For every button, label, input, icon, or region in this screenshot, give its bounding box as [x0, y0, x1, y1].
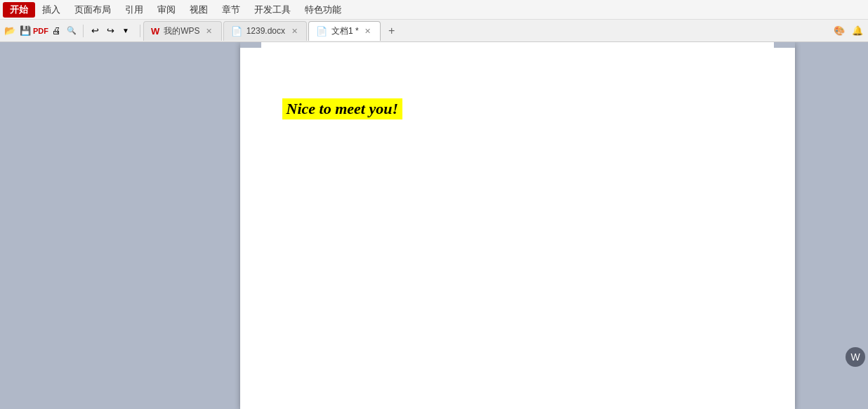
tab-doc1-close[interactable]: ✕ — [363, 26, 373, 36]
dropdown-icon[interactable]: ▼ — [119, 24, 133, 38]
menu-item-insert[interactable]: 插入 — [35, 2, 67, 18]
folder-open-icon[interactable]: 📂 — [3, 24, 17, 38]
document-content: Nice to meet you! — [240, 42, 795, 409]
menu-item-reference[interactable]: 引用 — [118, 2, 150, 18]
preview-icon[interactable]: 🔍 — [65, 24, 79, 38]
document-page: Nice to meet you! — [240, 42, 795, 409]
tab-1239-close[interactable]: ✕ — [289, 26, 299, 36]
menu-item-special[interactable]: 特色功能 — [298, 2, 348, 18]
document-text: Nice to meet you! — [282, 98, 402, 119]
tab-section-divider — [140, 25, 140, 37]
redo-icon[interactable]: ↪ — [103, 24, 117, 38]
menu-bar: 开始 插入 页面布局 引用 审阅 视图 章节 开发工具 特色功能 — [0, 0, 868, 20]
floating-wps-button[interactable]: W — [846, 347, 865, 367]
tab-my-wps[interactable]: W 我的WPS ✕ — [143, 21, 222, 41]
tab-doc1[interactable]: 📄 文档1 * ✕ — [308, 21, 381, 41]
menu-item-dev-tools[interactable]: 开发工具 — [247, 2, 298, 18]
tab-doc1-label: 文档1 * — [331, 25, 359, 37]
save-icon[interactable]: 💾 — [18, 24, 32, 38]
menu-item-start[interactable]: 开始 — [3, 2, 35, 18]
tab-bar: 📂 💾 PDF 🖨 🔍 ↩ ↪ ▼ W 我的WPS ✕ 📄 1239.docx … — [0, 20, 868, 42]
menu-item-page-layout[interactable]: 页面布局 — [67, 2, 118, 18]
toolbar-divider — [83, 25, 84, 37]
pdf-icon[interactable]: PDF — [34, 24, 48, 38]
print-icon[interactable]: 🖨 — [49, 24, 63, 38]
bell-button[interactable]: 🔔 — [850, 23, 865, 39]
tab-my-wps-close[interactable]: ✕ — [204, 26, 214, 36]
skin-button[interactable]: 🎨 — [831, 23, 847, 39]
tab-my-wps-label: 我的WPS — [164, 25, 199, 37]
doc-file-icon-doc1: 📄 — [316, 26, 327, 37]
menu-item-view[interactable]: 视图 — [183, 2, 215, 18]
tab-1239-label: 1239.docx — [246, 26, 285, 36]
doc-file-icon-1239: 📄 — [231, 26, 242, 37]
left-sidebar — [0, 42, 179, 409]
page-wrapper: Nice to meet you! — [179, 42, 855, 409]
menu-item-review[interactable]: 审阅 — [150, 2, 183, 18]
content-area: Nice to meet you! W — [0, 42, 868, 409]
undo-icon[interactable]: ↩ — [88, 24, 102, 38]
add-tab-button[interactable]: + — [383, 22, 400, 39]
doc-area: Nice to meet you! — [179, 42, 855, 409]
tab-bar-right: 🎨 🔔 — [831, 23, 865, 39]
toolbar-icons: 📂 💾 PDF 🖨 🔍 ↩ ↪ ▼ — [3, 24, 133, 38]
menu-item-chapter[interactable]: 章节 — [215, 2, 247, 18]
wps-icon: W — [151, 26, 159, 37]
tab-1239-docx[interactable]: 📄 1239.docx ✕ — [223, 21, 307, 41]
